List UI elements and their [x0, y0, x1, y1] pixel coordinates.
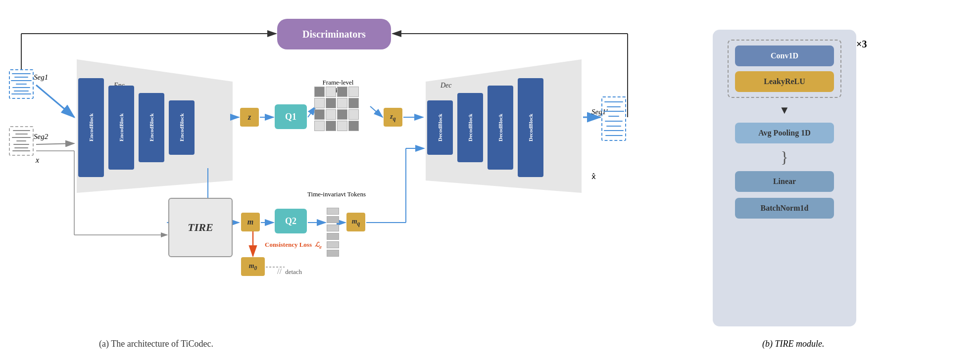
tire-box: TIRE [168, 198, 233, 257]
batchnorm-box: BatchNorm1d [735, 198, 834, 219]
svg-line-12 [370, 106, 383, 117]
enc-block-1: EncodBlock [78, 78, 104, 177]
avgpool-box: Avg Pooling 1D [735, 123, 834, 143]
brace-icon: } [781, 149, 788, 165]
seg2-label: Seg2 [34, 133, 48, 141]
diagram-container: Seg1 Seg2 x Enc EncodBlock EncodBlock En… [0, 0, 980, 363]
module-dashed-group: Conv1D LeakyReLU [728, 40, 841, 98]
caption-a: (a) The architecture of TiCodec. [99, 339, 213, 349]
m-box: m [241, 213, 260, 231]
detach-text: // detach [277, 267, 302, 276]
z-box: z [240, 108, 259, 127]
svg-line-7 [36, 85, 74, 117]
mq-box: mq [346, 213, 365, 231]
q1-box: Q1 [275, 104, 307, 129]
time-token-grid [327, 208, 339, 257]
enc-block-4: EncodBlock [169, 100, 195, 155]
seg1-label: Seg1 [34, 73, 48, 82]
dec-block-3: DecodBlock [488, 86, 513, 170]
linear-box: Linear [735, 171, 834, 192]
signal-seg2 [9, 126, 34, 156]
xhat-label: x̂ [591, 172, 596, 181]
q2-box: Q2 [275, 209, 307, 233]
dec-block-1: DecodBlock [427, 100, 453, 155]
svg-line-8 [36, 143, 74, 144]
consistency-loss-label: Consistency Loss ℒe [265, 241, 322, 250]
enc-block-3: EncodBlock [139, 93, 164, 162]
down-arrow-icon: ▼ [779, 104, 790, 117]
leakyrelu-box: LeakyReLU [735, 71, 834, 92]
time-tokens-label: Time-invariavt Tokens [304, 190, 369, 198]
frame-token-grid [314, 87, 359, 131]
m0-box: m0 [241, 257, 265, 276]
dec-block-2: DecodBlock [457, 93, 483, 162]
conv1d-box: Conv1D [735, 45, 834, 66]
discriminators-box: Discriminators [277, 19, 391, 49]
enc-block-2: EncodBlock [108, 86, 134, 170]
dec-block-4: DecodBlock [518, 78, 543, 177]
signal-seg1 [9, 69, 34, 99]
signal-out [601, 96, 626, 141]
caption-b: (b) TIRE module. [762, 339, 825, 349]
zq-box: zq [384, 108, 402, 127]
times3-label: ×3 [856, 39, 867, 50]
module-container: Conv1D LeakyReLU ▼ Avg Pooling 1D } Line… [713, 30, 856, 326]
x-label: x [36, 156, 39, 165]
